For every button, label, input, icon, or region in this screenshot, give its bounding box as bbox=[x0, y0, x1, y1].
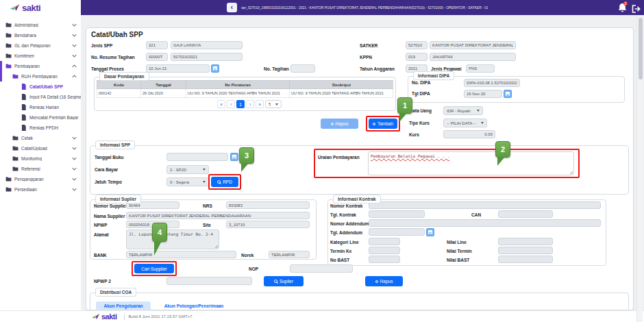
sidebar-item-bendahara[interactable]: Bendahara bbox=[0, 30, 81, 40]
sidebar-item-cetak[interactable]: Cetak bbox=[0, 133, 81, 143]
folder-icon bbox=[5, 186, 12, 193]
hapus-supplier-button[interactable]: Hapus bbox=[365, 276, 403, 286]
calendar-icon[interactable] bbox=[230, 153, 238, 161]
sidebar-item-label: Catat/Upload bbox=[21, 146, 47, 151]
nilai-bast-input[interactable] bbox=[498, 256, 553, 263]
nop-input[interactable] bbox=[290, 264, 353, 273]
nomor-addendum-input[interactable] bbox=[369, 219, 601, 227]
sidebar-item-renkas-ppdh[interactable]: Renkas PPDH bbox=[0, 123, 81, 133]
calendar-icon[interactable] bbox=[504, 90, 512, 98]
sidebar-item-label: Mencatat Perintah Bayar bbox=[29, 115, 79, 120]
folder-icon bbox=[12, 166, 18, 172]
sidebar-item-catat-upload[interactable]: Catat/Upload bbox=[0, 143, 81, 153]
satker-name-input[interactable] bbox=[430, 41, 516, 49]
nrs-input[interactable] bbox=[226, 201, 310, 209]
table-cell-tanggal[interactable]: 26 Okt 2020 bbox=[140, 89, 186, 98]
tgl-dipa-input[interactable] bbox=[464, 90, 502, 98]
alamat-text: Jl. Lapangan Banteng Timur No. 2-4 bbox=[129, 232, 213, 236]
sidebar-item-monitoring[interactable]: Monitoring bbox=[0, 153, 81, 164]
can-input[interactable] bbox=[498, 210, 553, 218]
termin-ke-input[interactable] bbox=[369, 247, 400, 254]
sidebar-item-penganggaran[interactable]: Penganggaran bbox=[0, 174, 81, 184]
kurs-label: Kurs bbox=[409, 132, 419, 137]
pagination-prev-button[interactable]: ‹ bbox=[227, 100, 235, 108]
annotation-balloon-1: 1 bbox=[397, 97, 412, 114]
table-cell-no-peraturan[interactable]: UU NO. 9 TAHUN 2020 TENTANG APBN TAHUN 2… bbox=[186, 89, 289, 98]
sidebar-item-mencatat-perintah-bayar[interactable]: Mencatat Perintah Bayar bbox=[0, 112, 81, 123]
sakti-logo-text: sakti bbox=[22, 3, 40, 13]
kppn-label: KPPN bbox=[360, 55, 372, 60]
jenis-spp-name-input[interactable] bbox=[171, 41, 243, 49]
sidebar-item-administrasi[interactable]: Administrasi bbox=[0, 20, 81, 30]
no-resume-code-input[interactable] bbox=[146, 53, 168, 61]
sidebar-item-input-fa-detail[interactable]: Input FA Detail (16 Segmen) bbox=[0, 92, 81, 102]
tab-akun-pengeluaran[interactable]: Akun Pengeluaran bbox=[96, 301, 151, 311]
back-button[interactable]: ‹ bbox=[227, 3, 237, 12]
sidebar-item-pembayaran[interactable]: Pembayaran bbox=[0, 61, 81, 71]
tanggal-proses-input[interactable] bbox=[146, 64, 210, 73]
nilai-line-input[interactable] bbox=[498, 238, 553, 245]
table-header-kode: Kode bbox=[97, 80, 140, 89]
notifications-button[interactable]: 3 bbox=[617, 3, 628, 13]
nomor-kontrak-input[interactable] bbox=[369, 201, 601, 209]
jenis-spp-code-input[interactable] bbox=[146, 41, 168, 49]
chevron-down-icon bbox=[72, 136, 77, 140]
no-tagihan-input[interactable] bbox=[290, 64, 315, 73]
table-cell-deskripsi[interactable]: UU NO. 9 TAHUN 2020 TENTANG APBN TAHUN 2… bbox=[289, 89, 393, 98]
tab-akun-potongan-penerimaan[interactable]: Akun Potongan/Penerimaan bbox=[156, 301, 232, 311]
sidebar-item-label: Input FA Detail (16 Segmen) bbox=[29, 95, 81, 99]
sidebar-item-gl-dan-pelaporan[interactable]: GL dan Pelaporan bbox=[0, 40, 81, 51]
annotation-balloon-4: 4 bbox=[152, 223, 167, 242]
kurs-input[interactable] bbox=[443, 130, 495, 138]
pagination-page-1-button[interactable]: 1 bbox=[236, 100, 245, 108]
calendar-icon[interactable] bbox=[426, 228, 434, 236]
pagination-last-button[interactable]: » bbox=[256, 100, 264, 108]
page-size-select[interactable]: 5 bbox=[265, 100, 282, 108]
bank-label: BANK bbox=[94, 253, 107, 258]
sidebar-item-renkas-harian[interactable]: Renkas Harian bbox=[0, 102, 81, 112]
scrollbar-thumb[interactable] bbox=[639, 18, 643, 79]
pagination-first-button[interactable]: « bbox=[217, 100, 225, 108]
suplier-search-button[interactable]: Suplier bbox=[264, 276, 304, 286]
tgl-addendum-input[interactable] bbox=[369, 228, 425, 236]
scrollbar-track[interactable] bbox=[636, 15, 643, 322]
nilai-line-label: Nilai Line bbox=[447, 240, 467, 245]
no-resume-tagihan-label: No. Resume Tagihan bbox=[91, 55, 135, 60]
alamat-textarea[interactable]: Jl. Lapangan Banteng Timur No. 2-4 bbox=[126, 230, 219, 249]
bank-input[interactable] bbox=[126, 251, 236, 258]
tgl-kontrak-input[interactable] bbox=[369, 210, 425, 218]
no-bast-input[interactable] bbox=[369, 256, 400, 263]
kategori-line-input[interactable] bbox=[369, 238, 400, 245]
sidebar-item-persediaan[interactable]: Persediaan bbox=[0, 184, 81, 195]
mata-uang-select[interactable]: IDR - Rupiah bbox=[443, 106, 483, 115]
site-input[interactable] bbox=[226, 221, 310, 228]
norek-input[interactable] bbox=[269, 251, 310, 258]
cara-bayar-select[interactable]: 2 - SP2D bbox=[166, 165, 209, 174]
sidebar-item-komitmen[interactable]: Komitmen bbox=[0, 51, 81, 61]
notification-badge: 3 bbox=[623, 1, 628, 5]
build-info: Build 8 Juni 2021 17.15.57 GMT+7 bbox=[124, 314, 193, 320]
no-tagihan-label: No. Tagihan bbox=[264, 66, 289, 71]
no-dipa-input[interactable] bbox=[464, 79, 520, 87]
kppn-name-input[interactable] bbox=[430, 53, 516, 61]
sidebar-item-ruh-pembayaran[interactable]: RUH Pembayaran bbox=[0, 71, 81, 82]
jatuh-tempo-select[interactable]: 0 - Segera bbox=[166, 177, 209, 186]
kppn-code-input[interactable] bbox=[406, 53, 428, 61]
logout-button[interactable] bbox=[632, 3, 641, 12]
table-cell-kode[interactable]: 000142 bbox=[97, 89, 140, 98]
nilai-termin-input[interactable] bbox=[498, 247, 553, 254]
tanggal-buku-input[interactable] bbox=[166, 153, 228, 161]
jenis-pegawai-input[interactable] bbox=[466, 64, 495, 73]
file-icon bbox=[21, 114, 27, 121]
no-resume-value-input[interactable] bbox=[171, 53, 243, 61]
tipe-kurs-select[interactable]: -- PILIH DATA -- bbox=[443, 119, 487, 127]
npwp2-input[interactable] bbox=[166, 277, 252, 285]
chevron-up-icon bbox=[72, 64, 77, 68]
sidebar-item-referensi[interactable]: Referensi bbox=[0, 164, 81, 174]
nama-supplier-input[interactable] bbox=[126, 212, 310, 219]
sidebar-item-catat-ubah-spp[interactable]: Catat/Ubah SPP bbox=[0, 82, 81, 92]
satker-code-input[interactable] bbox=[406, 41, 428, 49]
hapus-dasar-button[interactable]: Hapus bbox=[321, 119, 358, 129]
calendar-icon[interactable] bbox=[211, 64, 219, 73]
pagination-next-button[interactable]: › bbox=[246, 100, 254, 108]
